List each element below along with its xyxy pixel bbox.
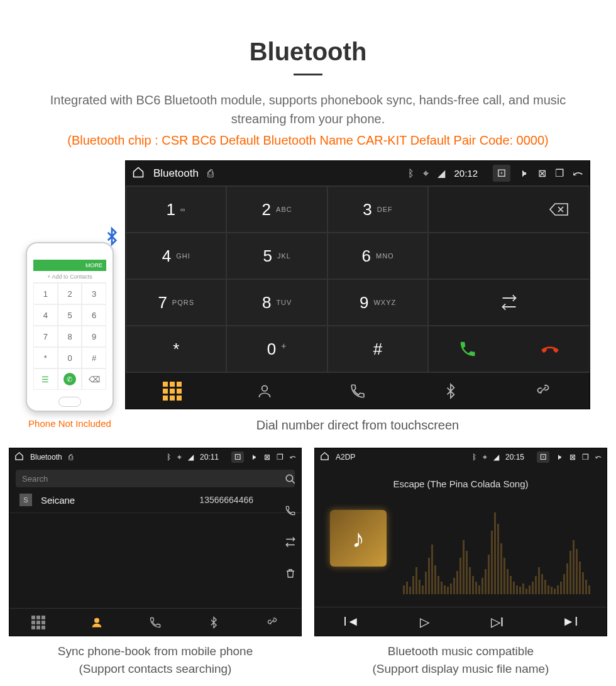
usb-icon: ⎙ [207,168,214,179]
key-4[interactable]: 4GHI [126,233,226,279]
next-button[interactable]: ►I [534,607,607,636]
track-title: Escape (The Pina Colada Song) [315,479,607,489]
location-icon: ⌖ [483,453,487,462]
clock: 20:11 [200,453,219,462]
bluetooth-status-icon: ᛒ [408,168,414,179]
svg-point-2 [95,618,99,622]
key-6[interactable]: 6MNO [327,233,428,279]
contact-name: Seicane [41,495,75,506]
call-actions [428,326,590,372]
subtitle-text: Integrated with BC6 Bluetooth module, su… [31,91,585,128]
pause-button[interactable]: ▷I [461,607,534,636]
phone-home-button [58,397,81,407]
clock: 20:12 [454,168,478,179]
contacts-caption: Sync phone-book from mobile phone(Suppor… [9,643,302,677]
music-screen: A2DP ᛒ ⌖ ◢ 20:15 ⚀ 🕨 ⊠ ❐ ⤺ Escape (The P… [314,448,607,636]
bluetooth-signal-icon [102,226,121,251]
usb-icon: ⎙ [69,453,73,462]
close-square-icon[interactable]: ⊠ [264,453,270,462]
tab-contacts[interactable] [219,373,312,409]
back-icon[interactable]: ⤺ [595,453,602,462]
title-divider [294,74,322,75]
svg-point-1 [286,475,293,482]
screenshot-icon[interactable]: ⚀ [493,165,510,182]
clock: 20:15 [505,453,524,462]
screen-title: Bluetooth [153,167,199,180]
visualizer [403,504,594,594]
tab-bluetooth[interactable] [404,373,497,409]
key-8[interactable]: 8TUV [226,279,327,326]
tab-recents[interactable] [126,609,185,636]
screen-title: A2DP [336,453,355,462]
dialer-screen: Bluetooth ⎙ ᛒ ⌖ ◢ 20:12 ⚀ 🕨 ⊠ ❐ ⤺ 1∞ 2AB… [125,160,590,409]
back-icon[interactable]: ⤺ [573,166,583,181]
recent-apps-icon[interactable]: ❐ [277,453,283,462]
page-title: Bluetooth [0,38,616,66]
tab-contacts[interactable] [68,609,126,636]
swap-key[interactable] [428,279,590,326]
sync-icon[interactable] [285,536,296,550]
tab-pair[interactable] [497,373,590,409]
end-call-button[interactable] [512,340,589,358]
phone-keypad: 123 456 789 *0# ☰✆⌫ [33,283,106,390]
tab-keypad[interactable] [9,609,68,636]
contact-initial: S [19,494,32,506]
wifi-icon: ◢ [437,167,445,179]
call-icon[interactable] [285,505,296,519]
key-star[interactable]: * [126,326,226,372]
home-icon[interactable] [14,451,24,463]
location-icon: ⌖ [177,453,182,462]
phone-caption: Phone Not Included [26,418,114,429]
bluetooth-status-icon: ᛒ [472,453,476,462]
tab-pair[interactable] [243,609,301,636]
recent-apps-icon[interactable]: ❐ [555,167,564,179]
bluetooth-status-icon: ᛒ [167,453,171,462]
volume-icon[interactable]: 🕨 [556,453,563,462]
screenshot-icon[interactable]: ⚀ [537,451,549,463]
key-0[interactable]: 0+ [226,326,327,372]
side-blank-1 [428,233,590,279]
main-caption: Dial number direct from touchscreen [125,418,590,433]
key-1[interactable]: 1∞ [126,186,226,233]
prev-button[interactable]: I◄ [315,607,388,636]
delete-icon[interactable] [285,568,296,582]
search-input[interactable]: Search [16,470,295,487]
music-caption: Bluetooth music compatible(Support displ… [314,643,607,677]
album-art-icon: ♪ [330,510,387,567]
phone-add-contacts: + Add to Contacts [33,271,106,283]
home-icon[interactable] [132,166,145,181]
tab-recents[interactable] [311,373,404,409]
volume-icon[interactable]: 🕨 [250,453,258,462]
key-2[interactable]: 2ABC [226,186,327,233]
tab-keypad[interactable] [126,373,219,409]
key-hash[interactable]: # [327,326,428,372]
screen-title: Bluetooth [30,453,62,462]
contact-number: 13566664466 [199,495,253,505]
tab-bluetooth[interactable] [184,609,243,636]
home-icon[interactable] [320,451,329,463]
key-7[interactable]: 7PQRS [126,279,226,326]
play-button[interactable]: ▷ [388,607,461,636]
call-button[interactable] [429,340,506,358]
recent-apps-icon[interactable]: ❐ [582,453,589,462]
phone-mock: MORE + Add to Contacts 123 456 789 *0# ☰… [26,242,114,448]
close-square-icon[interactable]: ⊠ [569,453,576,462]
search-icon[interactable] [285,473,296,487]
close-square-icon[interactable]: ⊠ [538,167,546,179]
key-5[interactable]: 5JKL [226,233,327,279]
key-3[interactable]: 3DEF [327,186,428,233]
contacts-screen: Bluetooth ⎙ ᛒ ⌖ ◢ 20:11 ⚀ 🕨 ⊠ ❐ ⤺ Search… [9,448,302,636]
phone-top-bar: MORE [33,260,106,271]
svg-point-0 [262,385,268,391]
volume-icon[interactable]: 🕨 [519,168,529,179]
contact-row[interactable]: S Seicane 13566664466 [9,487,301,513]
location-icon: ⌖ [423,168,429,179]
backspace-key[interactable] [428,186,590,233]
wifi-icon: ◢ [188,453,194,462]
screenshot-icon[interactable]: ⚀ [231,451,244,463]
wifi-icon: ◢ [493,453,499,462]
back-icon[interactable]: ⤺ [290,453,296,462]
spec-text: (Bluetooth chip : CSR BC6 Default Blueto… [0,133,616,148]
key-9[interactable]: 9WXYZ [327,279,428,326]
